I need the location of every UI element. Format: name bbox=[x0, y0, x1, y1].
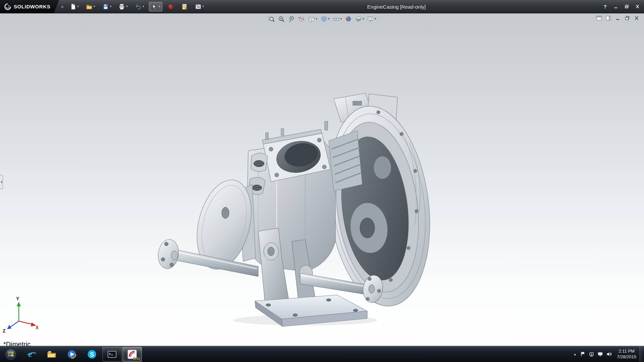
toolbar-undo-button[interactable]: ▾ bbox=[133, 2, 146, 11]
y-axis-label: Y bbox=[16, 296, 19, 301]
edit-appearance-icon bbox=[345, 15, 352, 22]
win-restore-button[interactable] bbox=[623, 3, 630, 10]
panel-flyout-tab[interactable] bbox=[0, 175, 3, 189]
dropdown-caret-icon[interactable]: ▾ bbox=[328, 17, 330, 20]
y-axis-arrow bbox=[17, 302, 21, 306]
view-orientation-icon bbox=[308, 15, 315, 22]
dropdown-caret-icon[interactable]: ▾ bbox=[316, 17, 317, 20]
reference-triad: Y X Z bbox=[1, 294, 40, 334]
app-name: SOLIDWORKS bbox=[14, 4, 50, 9]
apply-scene-icon bbox=[355, 15, 362, 22]
dropdown-caret-icon[interactable]: ▾ bbox=[340, 17, 342, 20]
tray-volume-button[interactable] bbox=[606, 351, 612, 357]
previous-view-icon bbox=[288, 15, 295, 22]
win-minimize-button[interactable] bbox=[612, 3, 619, 10]
clock-date: 7/28/2015 bbox=[617, 354, 636, 360]
dropdown-caret-icon[interactable]: ▾ bbox=[94, 5, 95, 8]
rebuild-icon bbox=[167, 3, 174, 10]
dropdown-caret-icon[interactable]: ▾ bbox=[203, 5, 204, 8]
toolbar-open-folder-button[interactable]: ▾ bbox=[84, 2, 97, 11]
device-icon bbox=[589, 351, 594, 357]
view-view-settings-button[interactable]: ▾ bbox=[366, 15, 377, 23]
toolbar-file-properties-button[interactable] bbox=[179, 2, 190, 11]
taskbar-start-button[interactable] bbox=[0, 347, 21, 362]
window-controls: ? bbox=[602, 0, 641, 13]
dropdown-caret-icon[interactable]: ▾ bbox=[375, 17, 376, 20]
view-display-style-button[interactable]: ▾ bbox=[319, 15, 331, 23]
command-prompt-icon bbox=[107, 349, 117, 359]
show-hidden-icons-button[interactable]: ▲ bbox=[571, 353, 579, 356]
dropdown-caret-icon[interactable]: ▾ bbox=[159, 5, 160, 8]
view-view-orientation-button[interactable]: ▾ bbox=[307, 15, 318, 23]
zoom-to-area-icon bbox=[278, 15, 285, 22]
doc-close-button[interactable] bbox=[633, 15, 640, 21]
taskbar-solidworks-2015-button[interactable]: 2015 bbox=[122, 347, 142, 362]
taskbar: eS2015 ▲ 2:11 PM 7/28/2015 bbox=[0, 346, 644, 362]
taskbar-skype-button[interactable]: S bbox=[82, 347, 102, 362]
view-hide-show-items-button[interactable]: ▾ bbox=[331, 15, 343, 23]
clock-time: 2:11 PM bbox=[617, 349, 636, 354]
view-apply-scene-button[interactable]: ▾ bbox=[354, 15, 365, 23]
win-restore-icon bbox=[624, 4, 629, 9]
start-icon bbox=[4, 348, 17, 361]
view-section-view-button[interactable] bbox=[297, 15, 306, 23]
toolbar-select-cursor-button[interactable]: ▾ bbox=[149, 2, 162, 11]
engine-casing-model[interactable] bbox=[148, 84, 436, 332]
win-close-button[interactable] bbox=[634, 3, 641, 10]
view-orientation-label: *Dimetric bbox=[3, 341, 31, 346]
clock[interactable]: 2:11 PM 7/28/2015 bbox=[615, 349, 640, 360]
taskbar-apps: eS2015 bbox=[0, 346, 142, 362]
doc-restore-button[interactable] bbox=[624, 15, 631, 21]
open-folder-icon bbox=[86, 3, 93, 10]
show-desktop-button[interactable] bbox=[640, 346, 643, 362]
dropdown-caret-icon[interactable]: ▾ bbox=[77, 5, 79, 8]
split-pane-button[interactable] bbox=[605, 15, 612, 21]
view-previous-view-button[interactable] bbox=[287, 15, 296, 23]
graphics-area[interactable]: ▾▾▾▾▾ bbox=[0, 13, 644, 346]
tray-device-button[interactable] bbox=[588, 351, 595, 357]
z-axis bbox=[10, 321, 19, 327]
network-display-icon bbox=[597, 351, 603, 357]
help-icon: ? bbox=[603, 4, 606, 9]
toolbar-rebuild-button[interactable] bbox=[165, 2, 176, 11]
tray-network-display-button[interactable] bbox=[597, 351, 603, 357]
options-icon bbox=[195, 3, 202, 10]
hide-show-items-icon bbox=[332, 15, 339, 22]
taskbar-command-prompt-button[interactable] bbox=[102, 347, 122, 362]
tray-action-center-flag-button[interactable] bbox=[580, 351, 586, 357]
help-button[interactable]: ? bbox=[602, 3, 608, 10]
split-pane-icon bbox=[606, 16, 611, 20]
workspace-pane-button[interactable] bbox=[596, 15, 602, 21]
toolbar-overflow-chevron[interactable]: » bbox=[61, 4, 63, 9]
dropdown-caret-icon[interactable]: ▾ bbox=[126, 5, 128, 8]
view-zoom-to-fit-button[interactable] bbox=[267, 15, 276, 23]
taskbar-windows-explorer-button[interactable] bbox=[42, 347, 61, 362]
heads-up-view-toolbar: ▾▾▾▾▾ bbox=[267, 15, 377, 23]
section-view-icon bbox=[298, 15, 305, 22]
taskbar-internet-explorer-button[interactable]: e bbox=[22, 347, 41, 362]
z-axis-label: Z bbox=[3, 328, 6, 334]
windows-explorer-icon bbox=[47, 349, 57, 359]
view-edit-appearance-button[interactable] bbox=[344, 15, 353, 23]
toolbar-save-button[interactable]: ▾ bbox=[100, 2, 114, 11]
document-title: EngineCasing [Read-only] bbox=[367, 4, 426, 9]
solidworks-2015-version-badge: 2015 bbox=[133, 357, 140, 360]
taskbar-media-player-button[interactable] bbox=[62, 347, 82, 362]
dropdown-caret-icon[interactable]: ▾ bbox=[110, 5, 112, 8]
skype-icon: S bbox=[87, 349, 97, 359]
new-document-icon bbox=[70, 3, 76, 10]
dropdown-caret-icon[interactable]: ▾ bbox=[143, 5, 144, 8]
system-tray: ▲ 2:11 PM 7/28/2015 bbox=[571, 346, 644, 362]
view-zoom-to-area-button[interactable] bbox=[277, 15, 286, 23]
undo-icon bbox=[135, 3, 142, 10]
svg-text:S: S bbox=[90, 351, 94, 358]
doc-minimize-icon bbox=[615, 16, 621, 20]
standard-toolbar: ▾▾▾▾▾▾▾ bbox=[68, 2, 206, 11]
toolbar-print-button[interactable]: ▾ bbox=[116, 2, 130, 11]
select-cursor-icon bbox=[151, 3, 158, 10]
dropdown-caret-icon[interactable]: ▾ bbox=[363, 17, 364, 20]
toolbar-options-button[interactable]: ▾ bbox=[193, 2, 206, 11]
toolbar-new-document-button[interactable]: ▾ bbox=[68, 2, 81, 11]
doc-minimize-button[interactable] bbox=[614, 15, 621, 21]
document-window-controls bbox=[596, 15, 640, 21]
